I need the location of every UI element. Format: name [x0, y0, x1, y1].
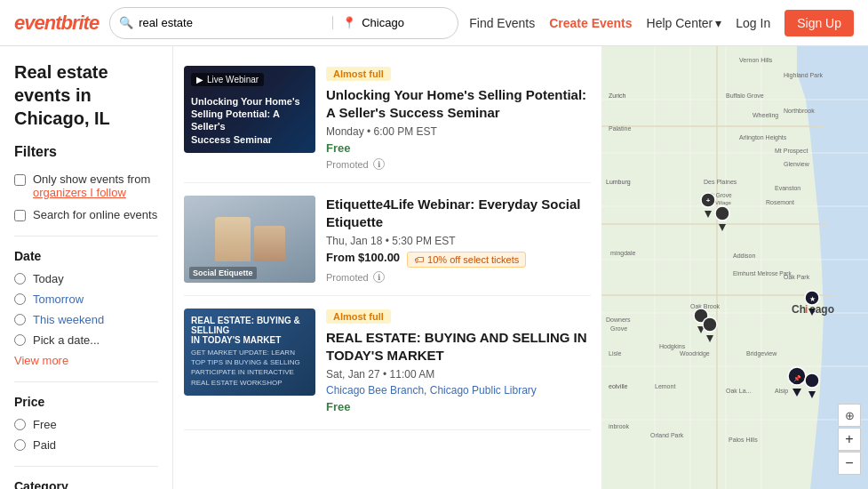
date-view-more[interactable]: View more [14, 354, 158, 367]
date-pick[interactable]: Pick a date... [14, 333, 158, 347]
map-center-button[interactable]: ⊕ [838, 404, 861, 427]
main-layout: Real estate events in Chicago, IL Filter… [0, 46, 868, 489]
svg-point-61 [703, 317, 717, 332]
date-tomorrow[interactable]: Tomorrow [14, 293, 158, 306]
event-badge-3: Almost full [326, 309, 391, 324]
price-filter-title: Price [14, 395, 158, 409]
price-paid[interactable]: Paid [14, 438, 158, 452]
event-price-1: Free [326, 141, 591, 155]
svg-point-69 [805, 373, 819, 388]
svg-text:Lumburg: Lumburg [606, 179, 631, 186]
divider-2 [14, 381, 158, 382]
discount-badge-2: 🏷 10% off select tickets [407, 252, 526, 268]
price-free[interactable]: Free [14, 418, 158, 431]
event-price-3: Free [326, 400, 591, 413]
event-card-3: REAL ESTATE: BUYING & SELLINGIN TODAY'S … [184, 296, 591, 430]
svg-text:Arlington Heights: Arlington Heights [739, 134, 787, 141]
location-icon: 📍 [342, 16, 356, 29]
location-link-2[interactable]: Chicago Public Library [430, 384, 537, 397]
svg-text:Downers: Downers [606, 317, 631, 323]
svg-text:inbrook: inbrook [609, 423, 629, 429]
svg-text:Ch: Ch [792, 303, 806, 316]
svg-text:Alsip: Alsip [775, 388, 788, 395]
svg-text:mingdale: mingdale [610, 250, 636, 257]
create-events-link[interactable]: Create Events [549, 16, 632, 30]
svg-text:Palos Hills: Palos Hills [729, 437, 758, 443]
search-input[interactable] [139, 16, 323, 29]
center-icon: ⊕ [845, 409, 855, 422]
organizers-filter[interactable]: Only show events from organizers I follo… [14, 172, 158, 199]
date-today[interactable]: Today [14, 272, 158, 285]
event-title-2[interactable]: Etiquette4Life Webinar: Everyday Social … [326, 196, 591, 230]
svg-text:📌: 📌 [793, 374, 801, 382]
event-datetime-1: Monday • 6:00 PM EST [326, 125, 591, 138]
location-section: 📍 [333, 16, 458, 29]
events-list: ▶ Live Webinar Unlocking Your Home'sSell… [173, 46, 601, 489]
left-panel: Real estate events in Chicago, IL Filter… [0, 46, 173, 489]
event-thumbnail-3[interactable]: REAL ESTATE: BUYING & SELLINGIN TODAY'S … [184, 309, 315, 396]
svg-text:Vernon Hills: Vernon Hills [739, 57, 773, 63]
event-title-3[interactable]: REAL ESTATE: BUYING AND SELLING IN TODAY… [326, 329, 591, 364]
filters-section: Filters Only show events from organizers… [14, 144, 158, 221]
svg-text:★: ★ [809, 295, 816, 303]
svg-text:Oak Park: Oak Park [784, 274, 810, 280]
online-filter[interactable]: Search for online events [14, 208, 158, 221]
sign-up-button[interactable]: Sign Up [784, 10, 854, 36]
svg-text:Evanston: Evanston [775, 185, 800, 191]
event-info-3: Almost full REAL ESTATE: BUYING AND SELL… [326, 309, 591, 417]
svg-text:Wheeling: Wheeling [753, 112, 778, 119]
svg-text:Des Plaines: Des Plaines [704, 179, 737, 185]
svg-text:i: i [805, 303, 808, 316]
event-thumbnail-1[interactable]: ▶ Live Webinar Unlocking Your Home'sSell… [184, 66, 315, 153]
help-center-dropdown[interactable]: Help Center ▾ [647, 16, 722, 30]
logo[interactable]: eventbrite [14, 12, 99, 35]
svg-text:Zurich: Zurich [609, 92, 626, 99]
online-checkbox[interactable] [14, 210, 26, 221]
promoted-info-icon-1[interactable]: ℹ [373, 158, 385, 170]
location-link-1[interactable]: Chicago Bee Branch [326, 384, 424, 397]
find-events-link[interactable]: Find Events [469, 16, 535, 30]
chevron-down-icon: ▾ [715, 16, 721, 30]
map-panel: Vernon Hills Highland Park Zurich Buffal… [601, 46, 868, 489]
zoom-in-button[interactable]: + [838, 428, 861, 451]
map-container[interactable]: Vernon Hills Highland Park Zurich Buffal… [601, 46, 868, 489]
page-title: Real estate events in Chicago, IL [14, 60, 158, 130]
organizers-link[interactable]: organizers I follow [33, 186, 126, 199]
event-thumbnail-2[interactable]: Social Etiquette [184, 196, 315, 283]
svg-text:Northbrook: Northbrook [784, 108, 815, 114]
svg-text:Buffalo Grove: Buffalo Grove [726, 92, 764, 99]
event-datetime-3: Sat, Jan 27 • 11:00 AM [326, 368, 591, 381]
price-filter-section: Price Free Paid [14, 395, 158, 452]
svg-text:Orland Park: Orland Park [650, 432, 684, 438]
event-badge-1: Almost full [326, 67, 391, 81]
date-filter-title: Date [14, 249, 158, 263]
webinar-thumb: ▶ Live Webinar Unlocking Your Home'sSell… [184, 66, 315, 153]
zoom-out-button[interactable]: − [838, 452, 861, 475]
promoted-info-icon-2[interactable]: ℹ [373, 271, 385, 283]
svg-text:+: + [706, 196, 711, 204]
divider-1 [14, 236, 158, 236]
tag-icon: 🏷 [414, 254, 424, 265]
svg-point-57 [715, 206, 729, 220]
play-icon: ▶ [196, 75, 203, 84]
svg-text:Oak Brook: Oak Brook [690, 303, 721, 309]
event-location-3: Chicago Bee Branch, Chicago Public Libra… [326, 384, 591, 397]
map-zoom-controls: + − [838, 428, 861, 475]
social-thumb: Social Etiquette [184, 196, 315, 283]
event-datetime-2: Thu, Jan 18 • 5:30 PM EST [326, 235, 591, 247]
header: eventbrite 🔍 📍 Find Events Create Events… [0, 0, 868, 46]
realestate-thumb: REAL ESTATE: BUYING & SELLINGIN TODAY'S … [184, 309, 315, 396]
event-title-1[interactable]: Unlocking Your Home's Selling Potential:… [326, 86, 591, 121]
organizers-checkbox[interactable] [14, 174, 26, 186]
svg-text:Grove: Grove [610, 325, 627, 332]
event-info-2: Etiquette4Life Webinar: Everyday Social … [326, 196, 591, 283]
svg-text:Hodgkins: Hodgkins [659, 343, 686, 350]
location-input[interactable] [362, 16, 449, 29]
log-in-button[interactable]: Log In [736, 16, 770, 30]
svg-text:eolville: eolville [609, 383, 628, 389]
event-info-1: Almost full Unlocking Your Home's Sellin… [326, 66, 591, 170]
event-card-1: ▶ Live Webinar Unlocking Your Home'sSell… [184, 53, 591, 183]
filters-heading: Filters [14, 144, 158, 160]
date-weekend[interactable]: This weekend [14, 313, 158, 326]
search-bar: 🔍 📍 [109, 7, 458, 39]
